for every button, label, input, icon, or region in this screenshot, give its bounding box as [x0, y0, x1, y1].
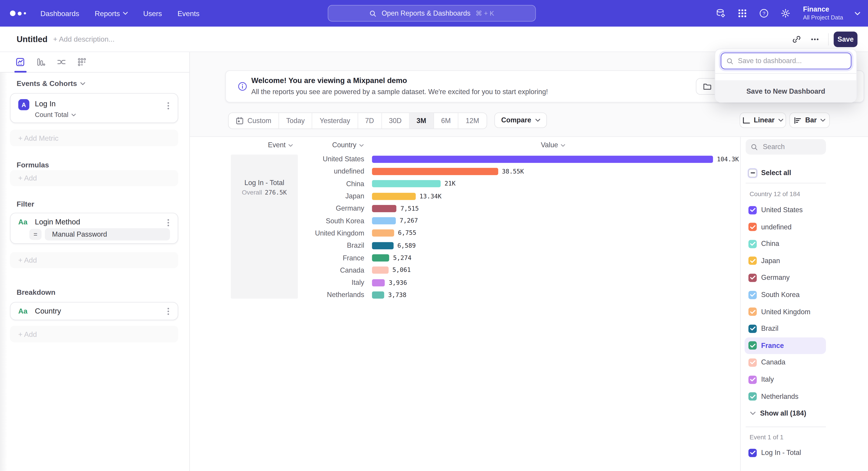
country-row-china[interactable]: China — [745, 235, 826, 252]
range-6m[interactable]: 6M — [434, 113, 459, 129]
nav-item-users[interactable]: Users — [143, 9, 162, 18]
country-row-canada[interactable]: Canada — [745, 354, 826, 371]
range-12m[interactable]: 12M — [458, 113, 486, 129]
save-button[interactable]: Save — [834, 32, 857, 47]
save-to-new-dashboard-option[interactable]: Save to New Dashboard — [715, 80, 856, 102]
tab-insights[interactable] — [16, 52, 26, 72]
kebab-menu-icon[interactable] — [164, 218, 172, 227]
column-header-event[interactable]: Event — [268, 141, 293, 149]
bar-segment[interactable] — [372, 168, 498, 175]
bar-segment[interactable] — [372, 291, 384, 299]
segment-search[interactable] — [746, 139, 826, 155]
add-metric-button[interactable]: + Add Metric — [10, 129, 178, 146]
add-filter-button[interactable]: + Add — [10, 252, 178, 268]
column-header-country[interactable]: Country — [332, 141, 364, 149]
report-title[interactable]: Untitled — [17, 34, 48, 44]
events-cohorts-header[interactable]: Events & Cohorts — [17, 79, 85, 88]
more-options-icon[interactable] — [810, 35, 819, 44]
country-checkbox[interactable] — [748, 257, 757, 265]
filter-card-login-method[interactable]: Aa Login Method = Manual Password — [10, 213, 178, 244]
country-row-italy[interactable]: Italy — [745, 371, 826, 388]
tab-flows[interactable] — [57, 52, 66, 72]
country-row-undefined[interactable]: undefined — [745, 218, 826, 235]
add-breakdown-button[interactable]: + Add — [10, 326, 178, 342]
bar-segment[interactable] — [372, 267, 389, 274]
country-checkbox[interactable] — [748, 324, 757, 333]
country-checkbox[interactable] — [748, 291, 757, 299]
apps-grid-icon[interactable] — [737, 8, 747, 18]
add-formula-button[interactable]: + Add — [10, 170, 178, 186]
country-row-united-kingdom[interactable]: United Kingdom — [745, 303, 826, 320]
breakdown-property-name[interactable]: Country — [35, 307, 61, 315]
bar-segment[interactable] — [372, 242, 394, 249]
event-checkbox-row[interactable]: Log In - Total — [745, 444, 826, 461]
settings-gear-icon[interactable] — [780, 8, 790, 18]
country-checkbox[interactable] — [748, 358, 757, 367]
bar-segment[interactable] — [372, 230, 394, 237]
column-header-value[interactable]: Value — [541, 141, 565, 149]
bar-segment[interactable] — [372, 193, 416, 200]
bar-segment[interactable] — [372, 217, 396, 225]
copy-link-icon[interactable] — [792, 35, 801, 44]
filter-value-dropdown[interactable]: Manual Password — [45, 228, 170, 240]
help-icon[interactable]: ? — [759, 8, 769, 18]
chevron-down-icon[interactable] — [855, 11, 860, 15]
show-all-button[interactable]: Show all (184) — [745, 405, 826, 421]
range-30d[interactable]: 30D — [382, 113, 409, 129]
kebab-menu-icon[interactable] — [164, 101, 172, 110]
global-search-button[interactable]: Open Reports & Dashboards ⌘ + K — [328, 5, 536, 22]
svg-text:?: ? — [763, 11, 765, 16]
tab-retention[interactable] — [77, 52, 87, 72]
segment-search-input[interactable] — [762, 142, 819, 151]
nav-item-reports[interactable]: Reports — [95, 9, 128, 18]
bar-segment[interactable] — [372, 279, 385, 286]
range-custom[interactable]: Custom — [228, 113, 279, 129]
country-checkbox[interactable] — [748, 307, 757, 316]
metric-card-log-in[interactable]: A Log In Count Total — [10, 93, 178, 123]
country-checkbox[interactable] — [748, 342, 757, 350]
select-all-row[interactable]: Select all — [745, 165, 826, 181]
event-checkbox[interactable] — [748, 448, 757, 457]
compare-button[interactable]: Compare — [494, 112, 547, 128]
country-row-brazil[interactable]: Brazil — [745, 320, 826, 337]
country-row-united-states[interactable]: United States — [745, 202, 826, 218]
bar-segment[interactable] — [372, 205, 397, 212]
country-checkbox[interactable] — [748, 206, 757, 214]
range-yesterday[interactable]: Yesterday — [312, 113, 358, 129]
mixpanel-logo-icon[interactable] — [10, 11, 26, 16]
linear-axis-icon — [742, 117, 750, 124]
filter-operator-dropdown[interactable]: = — [29, 229, 41, 240]
project-switcher[interactable]: Finance All Project Data — [803, 5, 843, 21]
scale-dropdown[interactable]: Linear — [740, 112, 786, 128]
metric-aggregation-dropdown[interactable]: Count Total — [35, 111, 75, 119]
tab-funnels[interactable] — [36, 52, 46, 72]
country-checkbox[interactable] — [748, 392, 757, 401]
nav-item-dashboards[interactable]: Dashboards — [40, 9, 79, 18]
country-checkbox[interactable] — [748, 223, 757, 231]
bar-segment[interactable] — [372, 180, 441, 187]
country-row-japan[interactable]: Japan — [745, 253, 826, 269]
country-row-france[interactable]: France — [745, 337, 826, 354]
country-row-netherlands[interactable]: Netherlands — [745, 388, 826, 405]
bar-segment[interactable] — [372, 254, 389, 262]
bar-segment[interactable] — [372, 155, 713, 163]
nav-item-events[interactable]: Events — [178, 9, 199, 18]
add-description-button[interactable]: + Add description... — [53, 35, 115, 43]
kebab-menu-icon[interactable] — [164, 307, 172, 316]
range-3m[interactable]: 3M — [409, 113, 434, 129]
country-checkbox[interactable] — [748, 240, 757, 248]
country-row-germany[interactable]: Germany — [745, 269, 826, 286]
save-dashboard-search[interactable] — [721, 53, 851, 69]
metric-name[interactable]: Log In — [35, 100, 56, 108]
select-all-checkbox[interactable] — [748, 169, 757, 177]
range-today[interactable]: Today — [279, 113, 312, 129]
save-dashboard-input[interactable] — [737, 57, 839, 65]
range-7d[interactable]: 7D — [358, 113, 381, 129]
data-management-icon[interactable] — [716, 8, 725, 18]
country-checkbox[interactable] — [748, 375, 757, 384]
breakdown-card-country[interactable]: Aa Country — [10, 302, 178, 320]
filter-property-name[interactable]: Login Method — [35, 217, 80, 226]
country-row-south-korea[interactable]: South Korea — [745, 286, 826, 303]
chart-type-dropdown[interactable]: Bar — [789, 112, 830, 128]
country-checkbox[interactable] — [748, 274, 757, 282]
